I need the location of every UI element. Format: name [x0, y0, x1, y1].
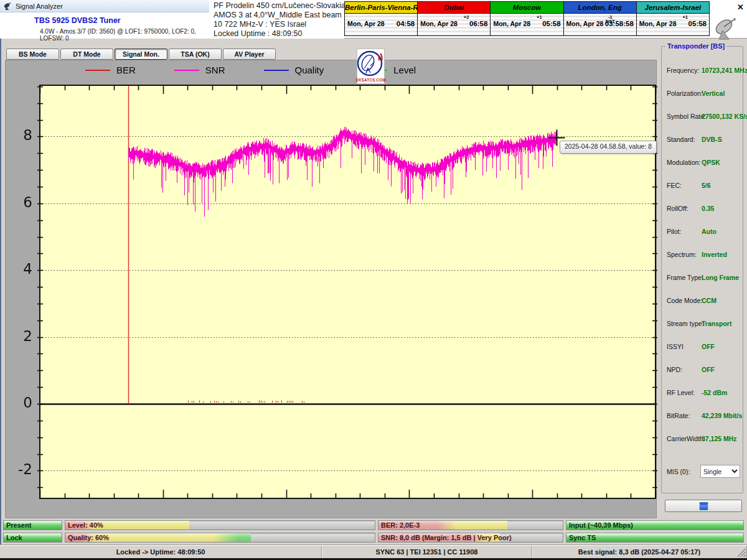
field-modulation-: Modulation:QPSK	[662, 154, 743, 177]
legend-item-ber: BER	[85, 65, 136, 75]
indicator-label: Lock	[6, 534, 22, 541]
field-label: Standard:	[667, 136, 695, 143]
site-info: PF Prodelin 450 cm/Lučenec-Slovakia AMOS…	[209, 0, 344, 39]
clock-date: Mon, Apr 28	[347, 20, 385, 27]
site-line-satellite: AMOS 3 at 4,0°W_Middle East beam	[214, 11, 344, 20]
clock-time: 05:58	[542, 20, 560, 27]
tab-tsa-ok-[interactable]: TSA (OK)	[169, 49, 222, 60]
field-value: 42,239 Mbit/s	[702, 412, 742, 419]
tab-bs-mode[interactable]: BS Mode	[6, 49, 59, 60]
mis-select[interactable]: Single	[700, 465, 740, 478]
clock-time-cell: Mon, Apr 28-1DST03:58:58	[564, 14, 636, 35]
field-code-mode-: Code Mode:CCM	[662, 292, 743, 315]
field-rolloff-: RollOff:0.35	[662, 200, 743, 223]
legend-line	[174, 70, 199, 71]
satellite-dish-icon	[710, 17, 740, 40]
statusbar-section-1: SYNC 63 | TEI 12351 | CC 11908	[322, 546, 532, 558]
legend-line	[264, 70, 289, 71]
clock-city: Berlin-Paris-Vienna-Roma	[345, 2, 417, 14]
chart-panel: BERSNRQualityLevel 2025-04-28 04.58.58, …	[5, 60, 657, 518]
mode-tabs: BS ModeDT ModeSignal Mon.TSA (OK)AV Play…	[6, 49, 276, 60]
field-value: OFF	[702, 343, 715, 350]
field-value: Inverted	[702, 251, 727, 258]
app-dish-icon	[3, 2, 12, 11]
field-value: Auto	[702, 228, 716, 235]
field-label: Symbol Rate:	[667, 113, 706, 120]
dxsatcs-logo-caption: DXSATCS.COM	[355, 78, 385, 82]
legend-label: SNR	[205, 65, 225, 75]
field-label: Pilot:	[667, 228, 681, 235]
field-value: Transport	[702, 320, 731, 327]
field-value: 0.35	[702, 205, 714, 212]
clock-london-eng: London, EngMon, Apr 28-1DST03:58:58	[564, 2, 637, 35]
indicator-quality: Quality: 60%	[65, 533, 375, 543]
field-label: Stream type:	[667, 320, 704, 327]
tab-av-player[interactable]: AV Player	[223, 49, 276, 60]
indicator-snr: SNR: 8,0 dB (Margin: 1,5 dB | Very Poor)	[378, 533, 563, 543]
transponder-fields: Frequency:10723,241 MHzPolarization:Vert…	[662, 62, 743, 453]
field-value: -52 dBm	[702, 389, 727, 396]
field-frequency-: Frequency:10723,241 MHz	[662, 62, 743, 85]
site-line-uptime: Locked Uptime : 48:09:50	[214, 29, 344, 39]
mis-row: MIS (0): Single	[662, 465, 743, 480]
legend-item-snr: SNR	[174, 65, 225, 75]
clock-time-cell: Mon, Apr 28+105:58	[637, 14, 709, 35]
clock-utc-offset: +2	[464, 15, 469, 19]
clock-dubai: DubaiMon, Apr 28+206:58	[418, 2, 491, 35]
field-stream-type-: Stream type:Transport	[662, 315, 743, 338]
field-value: CCM	[702, 297, 716, 304]
clock-time: 04:58	[397, 20, 415, 27]
indicator-label: Sync TS	[569, 534, 596, 541]
clock-time: 03:58:58	[605, 20, 634, 27]
field-label: BitRate:	[667, 412, 690, 419]
clock-date: Mon, Apr 28	[639, 20, 677, 27]
clock-utc-offset: +1	[537, 15, 542, 19]
transponder-groupbox: Transponder [BS] Frequency:10723,241 MHz…	[661, 46, 743, 493]
header: Signal Analyzer TBS 5925 DVBS2 Tuner 4.0…	[0, 0, 747, 39]
field-value: QPSK	[702, 159, 720, 166]
clock-berlin-paris-vienna-roma: Berlin-Paris-Vienna-RomaMon, Apr 2804:58	[345, 2, 418, 35]
mis-label: MIS (0):	[667, 468, 690, 475]
field-label: RF Level:	[667, 389, 695, 396]
field-symbol-rate-: Symbol Rate:27500,132 KS/s	[662, 108, 743, 131]
indicator-label: Input (~40,39 Mbps)	[569, 521, 633, 529]
field-value: 5/6	[702, 182, 711, 189]
field-label: Frequency:	[667, 67, 700, 74]
clock-jerusalem-israel: Jerusalem-IsraelMon, Apr 28+105:58	[637, 2, 709, 35]
window-left-border	[0, 39, 1, 560]
resize-grip[interactable]	[738, 549, 746, 557]
indicator-label: Present	[6, 521, 31, 529]
field-value: DVB-S	[702, 136, 722, 143]
clock-time-cell: Mon, Apr 28+206:58	[418, 14, 490, 35]
tab-dt-mode[interactable]: DT Mode	[60, 49, 113, 60]
statusbar-section-2: Best signal: 8,3 dB (2025-04-27 05:17)	[532, 546, 747, 558]
field-label: Frame Type:	[667, 274, 703, 281]
site-line-frequency: 10 722 MHz-V : YES Israel	[214, 20, 344, 29]
field-label: Modulation:	[667, 159, 700, 166]
indicator-label: Quality: 60%	[68, 534, 109, 541]
save-button[interactable]	[665, 500, 742, 512]
clock-city: London, Eng	[564, 2, 636, 14]
field-value: Long Frame	[702, 274, 739, 281]
field-pilot-: Pilot:Auto	[662, 223, 743, 246]
field-fec-: FEC:5/6	[662, 177, 743, 200]
dxsatcs-logo: DXSATCS.COM	[357, 49, 385, 84]
field-value: Vertical	[702, 90, 725, 97]
field-frame-type-: Frame Type:Long Frame	[662, 269, 743, 292]
clock-time-cell: Mon, Apr 2804:58	[345, 14, 417, 35]
indicator-present: Present	[3, 520, 62, 530]
indicator-ber: BER: 2,0E-3	[378, 520, 563, 530]
chart-legend: BERSNRQualityLevel	[85, 65, 454, 75]
statusbar-section-0: Locked -> Uptime: 48:09:50	[0, 546, 322, 558]
field-value: 27500,132 KS/s	[702, 113, 747, 120]
close-button[interactable]: ✕	[735, 2, 746, 12]
site-line-dish: PF Prodelin 450 cm/Lučenec-Slovakia	[214, 1, 344, 11]
field-value: 10723,241 MHz	[702, 67, 747, 74]
tab-signal-mon-[interactable]: Signal Mon.	[115, 49, 167, 60]
legend-label: BER	[116, 65, 136, 75]
clock-time: 06:58	[469, 20, 487, 27]
save-icon	[699, 502, 708, 510]
signal-chart[interactable]	[6, 60, 657, 519]
field-bitrate-: BitRate:42,239 Mbit/s	[662, 407, 743, 430]
clock-time-cell: Mon, Apr 28+105:58	[491, 14, 563, 35]
